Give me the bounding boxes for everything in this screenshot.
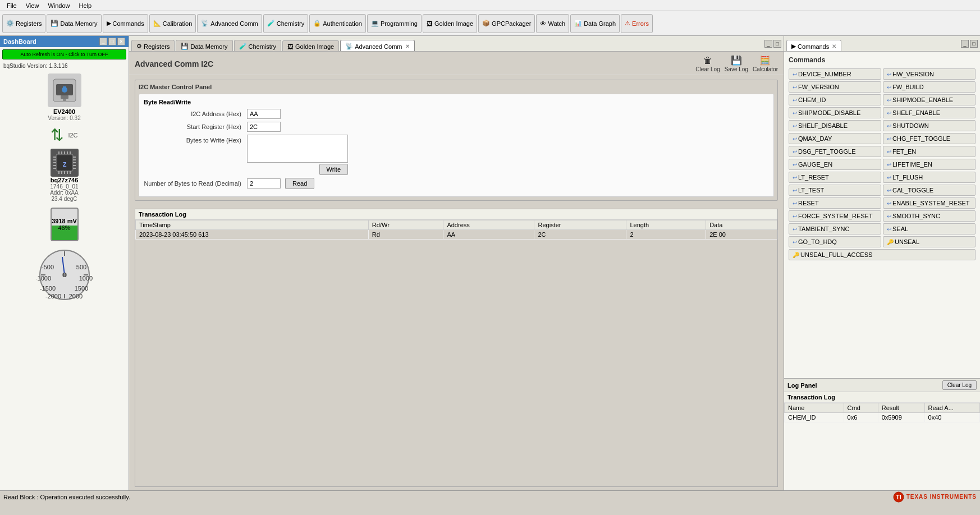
cmd-dsg-fet-toggle[interactable]: ↩DSG_FET_TOGGLE	[789, 146, 881, 157]
menu-view[interactable]: View	[21, 1, 44, 10]
tab-commands-icon: ▶	[791, 43, 796, 50]
status-message: Read Block : Operation executed successf…	[3, 494, 130, 500]
sidebar-close[interactable]: ×	[117, 38, 125, 45]
cmd-go-to-hdq[interactable]: ↩GO_TO_HDQ	[789, 236, 881, 247]
clear-log-action[interactable]: 🗑 Clear Log	[695, 56, 720, 72]
cmd-lt-reset[interactable]: ↩LT_RESET	[789, 172, 881, 183]
cmd-shelf-enable[interactable]: ↩SHELF_ENABLE	[883, 107, 976, 118]
cmd-device-number[interactable]: ↩DEVICE_NUMBER	[789, 68, 881, 80]
toolbar-errors[interactable]: ⚠ Errors	[621, 14, 653, 33]
sidebar-maximize[interactable]: □	[108, 38, 116, 45]
menu-file[interactable]: File	[2, 1, 21, 10]
cmd-icon-5: ↩	[887, 97, 891, 103]
cmd-lt-flush[interactable]: ↩LT_FLUSH	[883, 172, 976, 183]
auto-refresh-button[interactable]: Auto Refresh is ON - Click to Turn OFF	[2, 49, 126, 59]
save-log-action[interactable]: 💾 Save Log	[725, 55, 748, 72]
cell-address: AA	[443, 230, 534, 240]
chemistry-icon: 🧪	[267, 20, 275, 27]
tab-chemistry[interactable]: 🧪 Chemistry	[234, 40, 282, 51]
cmd-chg-fet-toggle[interactable]: ↩CHG_FET_TOGGLE	[883, 133, 976, 144]
adv-comm-title-bar: Advanced Comm I2C 🗑 Clear Log 💾 Save Log…	[129, 52, 784, 75]
clear-log-button[interactable]: Clear Log	[942, 380, 977, 390]
cmd-shipmode-disable[interactable]: ↩SHIPMODE_DISABLE	[789, 107, 881, 118]
calculator-action[interactable]: 🧮 Calculator	[753, 55, 778, 72]
cmd-cal-toggle[interactable]: ↩CAL_TOGGLE	[883, 185, 976, 196]
chip-area: Z bq27z746 1746_0_01 Addr: 0xAA 23.4 deg…	[50, 149, 79, 202]
tab-advanced-comm-close[interactable]: ✕	[405, 43, 410, 49]
i2c-master-panel: I2C Master Control Panel Byte Read/Write…	[135, 80, 778, 201]
data-graph-icon: 📊	[574, 20, 582, 27]
toolbar-watch[interactable]: 👁 Watch	[536, 14, 569, 33]
cmd-icon-3: ↩	[887, 84, 891, 90]
menu-bar: File View Window Help	[0, 0, 980, 11]
toolbar-advanced-comm[interactable]: 📡 Advanced Comm	[197, 14, 262, 33]
svg-text:1000: 1000	[79, 275, 92, 282]
cmd-qmax-day[interactable]: ↩QMAX_DAY	[789, 133, 881, 144]
svg-text:TI: TI	[896, 494, 901, 500]
cmd-gauge-en[interactable]: ↩GAUGE_EN	[789, 159, 881, 170]
log-cell-read-a: 0x40	[924, 413, 979, 422]
right-panel-minimize[interactable]: _	[961, 40, 969, 48]
cmd-smooth-sync[interactable]: ↩SMOOTH_SYNC	[883, 210, 976, 222]
start-register-input[interactable]	[247, 122, 281, 132]
toolbar-registers[interactable]: ⚙️ Registers	[2, 14, 45, 33]
write-button[interactable]: Write	[319, 164, 348, 175]
cmd-fw-version[interactable]: ↩FW_VERSION	[789, 81, 881, 93]
byte-rw-title: Byte Read/Write	[144, 99, 769, 105]
toolbar-calibration[interactable]: 📐 Calibration	[149, 14, 196, 33]
tab-commands[interactable]: ▶ Commands ✕	[786, 40, 841, 51]
toolbar-gpc-packager[interactable]: 📦 GPCPackager	[478, 14, 535, 33]
num-bytes-input[interactable]	[247, 178, 281, 188]
cmd-fw-build[interactable]: ↩FW_BUILD	[883, 81, 976, 93]
cmd-unseal[interactable]: 🔑UNSEAL	[883, 236, 976, 247]
menu-window[interactable]: Window	[43, 1, 74, 10]
svg-rect-3	[63, 99, 66, 101]
cmd-shipmode-enable[interactable]: ↩SHIPMODE_ENABLE	[883, 94, 976, 105]
col-timestamp: TimeStamp	[136, 220, 369, 230]
tab-data-memory[interactable]: 💾 Data Memory	[176, 40, 232, 51]
cmd-unseal-full-access[interactable]: 🔑UNSEAL_FULL_ACCESS	[789, 249, 976, 260]
center-panel-maximize[interactable]: □	[773, 40, 781, 48]
toolbar-programming[interactable]: 💻 Programming	[367, 14, 422, 33]
cmd-shutdown[interactable]: ↩SHUTDOWN	[883, 120, 976, 131]
tab-registers[interactable]: ⚙ Registers	[131, 40, 175, 51]
col-address: Address	[443, 220, 534, 230]
cmd-lt-test[interactable]: ↩LT_TEST	[789, 185, 881, 196]
center-panel-minimize[interactable]: _	[764, 40, 772, 48]
cmd-tambient-sync[interactable]: ↩TAMBIENT_SYNC	[789, 223, 881, 234]
toolbar-golden-image[interactable]: 🖼 Golden Image	[423, 14, 477, 33]
cmd-hw-version[interactable]: ↩HW_VERSION	[883, 68, 976, 80]
tab-advanced-comm[interactable]: 📡 Advanced Comm ✕	[340, 40, 414, 51]
cmd-lifetime-en[interactable]: ↩LIFETIME_EN	[883, 159, 976, 170]
toolbar-commands[interactable]: ▶ Commands	[103, 14, 148, 33]
read-button[interactable]: Read	[285, 178, 314, 189]
tab-golden-image[interactable]: 🖼 Golden Image	[282, 40, 339, 51]
ti-logo: TI TEXAS INSTRUMENTS	[893, 491, 977, 503]
svg-rect-20	[64, 151, 65, 154]
toolbar-data-graph[interactable]: 📊 Data Graph	[570, 14, 620, 33]
sidebar-minimize[interactable]: _	[99, 38, 107, 45]
cmd-reset[interactable]: ↩RESET	[789, 197, 881, 209]
toolbar-authentication[interactable]: 🔒 Authentication	[309, 14, 366, 33]
menu-help[interactable]: Help	[75, 1, 97, 10]
commands-icon: ▶	[107, 20, 111, 27]
cmd-shelf-disable[interactable]: ↩SHELF_DISABLE	[789, 120, 881, 131]
right-panel-maximize[interactable]: □	[970, 40, 978, 48]
chip-fw-version: 1746_0_01	[50, 183, 78, 190]
main-layout: DashBoard _ □ × Auto Refresh is ON - Cli…	[0, 36, 980, 490]
cmd-enable-system-reset[interactable]: ↩ENABLE_SYSTEM_RESET	[883, 197, 976, 209]
cmd-chem-id[interactable]: ↩CHEM_ID	[789, 94, 881, 105]
toolbar-chemistry[interactable]: 🧪 Chemistry	[263, 14, 309, 33]
cmd-seal[interactable]: ↩SEAL	[883, 223, 976, 234]
bytes-write-input[interactable]	[247, 135, 348, 163]
log-col-name: Name	[785, 403, 844, 413]
battery-icon: 3918 mV 46%	[51, 208, 79, 241]
cmd-fet-en[interactable]: ↩FET_EN	[883, 146, 976, 157]
cmd-icon-0: ↩	[793, 71, 797, 77]
cmd-force-system-reset[interactable]: ↩FORCE_SYSTEM_RESET	[789, 210, 881, 222]
log-col-result: Result	[878, 403, 924, 413]
tab-commands-close[interactable]: ✕	[832, 43, 836, 49]
i2c-address-input[interactable]	[247, 109, 281, 119]
programming-icon: 💻	[371, 20, 379, 27]
toolbar-data-memory[interactable]: 💾 Data Memory	[47, 14, 101, 33]
